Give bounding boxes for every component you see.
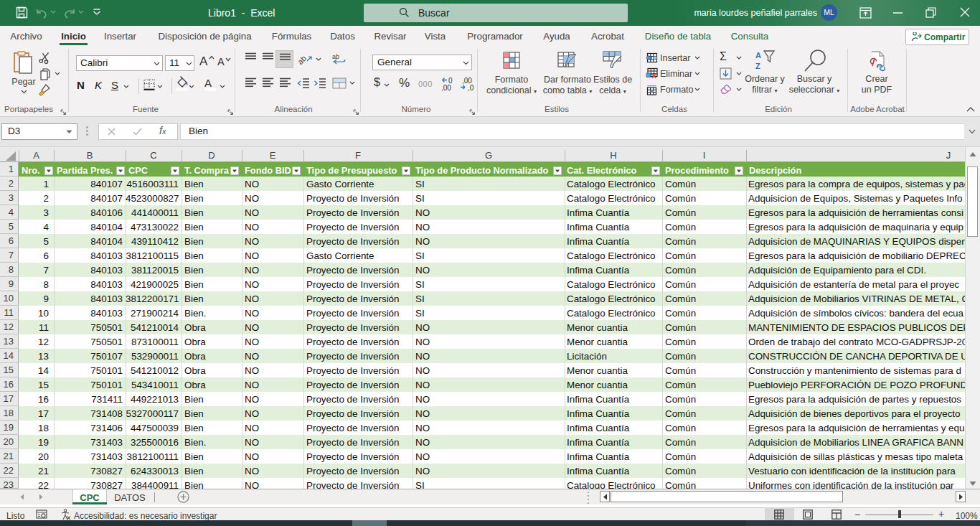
svg-text:Z: Z bbox=[755, 62, 760, 70]
svg-text:,00: ,00 bbox=[441, 84, 451, 91]
svg-text:ab: ab bbox=[298, 54, 308, 65]
svg-text:ab: ab bbox=[332, 53, 339, 60]
svg-text:A: A bbox=[755, 51, 761, 60]
svg-text:,0: ,0 bbox=[468, 84, 474, 91]
